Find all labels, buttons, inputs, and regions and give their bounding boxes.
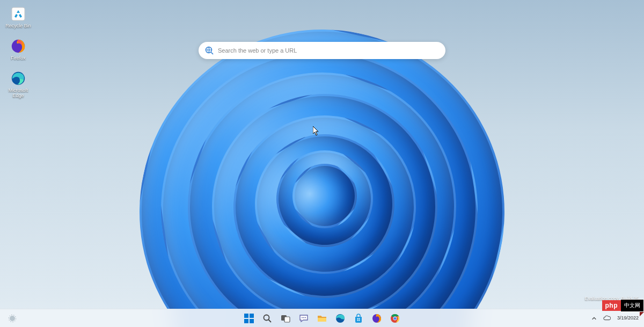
chrome-icon: [390, 314, 400, 323]
desktop-icon-firefox[interactable]: Firefox: [3, 37, 33, 62]
chat-icon: [299, 314, 309, 323]
weather-icon: [7, 313, 18, 324]
firefox-icon: [10, 38, 27, 55]
svg-rect-9: [244, 319, 248, 323]
overlay-badge-php: php 中文网: [602, 299, 645, 312]
desktop-icon-label: Recycle Bin: [5, 24, 31, 29]
desktop-icon-microsoft-edge[interactable]: Microsoft Edge: [3, 69, 33, 100]
search-input[interactable]: [218, 47, 439, 54]
cloud-icon: [603, 315, 611, 322]
desktop-search-widget[interactable]: [199, 42, 445, 59]
weather-widget-button[interactable]: [4, 310, 20, 326]
svg-rect-10: [250, 319, 254, 323]
svg-rect-14: [284, 317, 290, 322]
desktop-icon-recycle-bin[interactable]: Recycle Bin: [3, 4, 33, 30]
task-view-icon: [281, 314, 290, 323]
svg-point-15: [303, 317, 304, 318]
firefox-taskbar-button[interactable]: [369, 310, 385, 326]
svg-point-11: [264, 315, 269, 320]
svg-rect-8: [250, 314, 254, 318]
taskbar-clock[interactable]: 3/19/2022: [615, 316, 641, 321]
svg-line-4: [211, 53, 214, 55]
svg-point-16: [302, 317, 303, 318]
svg-rect-21: [357, 319, 358, 321]
tray-overflow-button[interactable]: [589, 310, 599, 326]
recycle-bin-icon: [10, 5, 27, 23]
store-button[interactable]: [350, 310, 367, 326]
svg-rect-0: [12, 8, 25, 20]
edge-icon: [335, 314, 345, 323]
store-icon: [354, 314, 363, 323]
task-view-button[interactable]: [277, 310, 294, 326]
edge-icon: [10, 70, 27, 87]
file-explorer-button[interactable]: [314, 310, 330, 326]
svg-rect-19: [357, 318, 358, 319]
svg-rect-20: [359, 318, 360, 319]
svg-point-17: [305, 317, 306, 318]
desktop-icon-label: Microsoft Edge: [4, 88, 32, 99]
mouse-cursor-icon: [313, 126, 319, 136]
folder-icon: [317, 314, 327, 323]
firefox-icon: [372, 314, 382, 323]
start-button[interactable]: [241, 310, 257, 326]
svg-line-12: [269, 319, 272, 322]
svg-point-26: [393, 317, 396, 319]
windows-logo-icon: [244, 314, 254, 323]
taskbar: 3/19/2022: [0, 309, 644, 327]
taskbar-date: 3/19/2022: [617, 316, 639, 321]
chrome-button[interactable]: [387, 310, 403, 326]
chat-button[interactable]: [296, 310, 312, 326]
edge-button[interactable]: [332, 310, 348, 326]
desktop-icons-area: Recycle Bin Firefox Microsoft Edge: [3, 4, 33, 100]
chevron-up-icon: [591, 316, 597, 321]
globe-search-icon: [205, 46, 214, 55]
search-button[interactable]: [259, 310, 275, 326]
search-icon: [262, 314, 272, 323]
onedrive-tray-button[interactable]: [602, 310, 612, 326]
desktop-icon-label: Firefox: [11, 56, 26, 61]
taskbar-pinned-apps: [241, 310, 403, 326]
svg-rect-7: [244, 314, 248, 318]
svg-point-5: [10, 316, 15, 321]
svg-rect-22: [359, 319, 360, 321]
